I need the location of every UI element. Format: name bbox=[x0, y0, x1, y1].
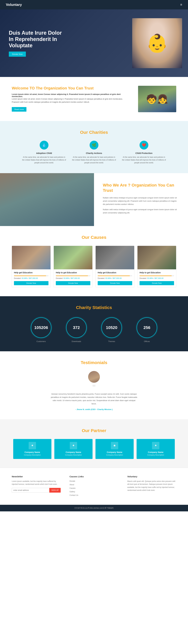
cause-donated-3: Donated: 93.88% / $97,000.00 bbox=[98, 277, 132, 279]
charity-item-3: ❤️ Child Protection At the same time, we… bbox=[122, 141, 166, 164]
welcome-title: Welcome TO The Organization You Can Trus… bbox=[12, 86, 129, 91]
charity-desc-3: At the same time, we advocate for laws a… bbox=[122, 156, 166, 164]
footer-link-causes[interactable]: Causes bbox=[70, 487, 76, 489]
cause-pct-3: 93.88% bbox=[105, 277, 111, 279]
stat-label-4: Offices bbox=[132, 340, 162, 342]
cause-donated-2: Donated: 93.88% / $97,000.00 bbox=[56, 277, 90, 279]
charity-icon-3: ❤️ bbox=[140, 141, 148, 150]
partner-card-4: ✦ Company Name Company Description bbox=[136, 439, 175, 459]
who-content: Who We Are ? Organization You Can Trust … bbox=[94, 173, 188, 226]
stat-label-3: Themes bbox=[97, 340, 126, 342]
hero-title: Duis Aute Irure Dolor In Reprehenderit I… bbox=[9, 30, 68, 49]
cause-content-4: Help to get Education Donated: 93.88% / … bbox=[138, 269, 176, 287]
stat-item-3: 10520 Themes bbox=[97, 317, 126, 342]
partner-icon-4: ✦ bbox=[152, 442, 159, 449]
cause-progress-bar-3 bbox=[98, 276, 132, 276]
stats-title: Charity Statistics bbox=[12, 305, 176, 310]
cause-card-2: Help to get Education Donated: 93.88% / … bbox=[54, 246, 92, 288]
cause-progress-fill-4 bbox=[140, 276, 172, 276]
partner-card-3: ★ Company Name Company Description bbox=[96, 439, 134, 459]
footer-link-about[interactable]: About bbox=[70, 484, 74, 486]
newsletter-email-input[interactable] bbox=[12, 488, 49, 492]
cause-donated-1: Donated: 93.88% / $97,000.00 bbox=[14, 277, 48, 279]
voluntary-footer-title: Voluntary bbox=[127, 475, 176, 478]
testimonial-author: - Jhone N. smith (CEO - Charity Mission … bbox=[12, 408, 176, 410]
newsletter-subscribe-button[interactable]: SIGN UP bbox=[49, 488, 61, 492]
causes-title: Our Causes bbox=[12, 235, 176, 240]
who-boys-image bbox=[0, 173, 94, 226]
footer-link-contact[interactable]: Contact Us bbox=[70, 494, 78, 496]
menu-icon[interactable]: ≡ bbox=[180, 3, 182, 6]
testimonial-avatar bbox=[88, 371, 100, 383]
cause-title-1: Help get Education bbox=[14, 272, 48, 274]
stat-number-1: 105206 bbox=[34, 325, 48, 330]
cause-pct-4: 93.88% bbox=[147, 277, 153, 279]
footer: Newsletter Lorem ipsum available, but th… bbox=[0, 468, 188, 505]
welcome-section: Welcome TO The Organization You Can Trus… bbox=[0, 77, 188, 121]
footer-causes-links: Causes Links Donate About Causes Gallery… bbox=[70, 475, 118, 498]
cause-progress-fill-3 bbox=[98, 276, 130, 276]
partner-title: Our Partner bbox=[12, 428, 176, 433]
cause-content-3: Help get Education Donated: 93.88% / $97… bbox=[96, 269, 134, 287]
partner-card-1: ✦ Company Name Company Description bbox=[13, 439, 52, 459]
cause-pct-1: 93.88% bbox=[22, 277, 28, 279]
welcome-content: Welcome TO The Organization You Can Trus… bbox=[12, 86, 129, 112]
stat-circle-1: 105206 bbox=[31, 317, 52, 338]
footer-link-item-causes: Causes bbox=[70, 487, 118, 489]
footer-link-gallery[interactable]: Gallery bbox=[70, 491, 75, 493]
causes-links-list: Donate About Causes Gallery Contact Us bbox=[70, 480, 118, 496]
partner-icon-2: ✦ bbox=[70, 442, 77, 449]
header: Voluntary ≡ bbox=[0, 0, 188, 10]
hero-donate-button[interactable]: Donate Now bbox=[9, 52, 26, 57]
cause-donated-4: Donated: 93.88% / $97,000.00 bbox=[140, 277, 174, 279]
cause-content-2: Help to get Education Donated: 93.88% / … bbox=[54, 269, 92, 287]
read-more-button[interactable]: Read more bbox=[12, 107, 26, 112]
footer-link-item-about: About bbox=[70, 483, 118, 486]
cause-donate-button-3[interactable]: Donate Now bbox=[98, 281, 132, 285]
stat-label-2: Downloads bbox=[62, 340, 91, 342]
cause-donate-button-2[interactable]: Donate Now bbox=[56, 281, 90, 285]
who-title: Who We Are ? Organization You Can Trust bbox=[103, 182, 179, 193]
cause-card-1: Help get Education Donated: 93.88% / $97… bbox=[12, 246, 51, 288]
charity-name-1: Adoption Child bbox=[22, 152, 66, 154]
cause-image-4 bbox=[138, 246, 176, 269]
testimonial-quote-icon: " bbox=[12, 386, 176, 390]
cause-donate-button-4[interactable]: Donate Now bbox=[140, 281, 174, 285]
cause-progress-fill-1 bbox=[14, 276, 46, 276]
causes-grid: Help get Education Donated: 93.88% / $97… bbox=[12, 246, 176, 288]
cause-pct-2: 93.88% bbox=[64, 277, 70, 279]
partner-name-3: Company Name bbox=[107, 451, 122, 453]
partner-desc-2: Company Description bbox=[65, 454, 82, 456]
stat-circle-2: 372 bbox=[66, 317, 87, 338]
cause-donate-button-1[interactable]: Donate Now bbox=[14, 281, 48, 285]
newsletter-form: SIGN UP bbox=[12, 488, 61, 492]
testimonials-section: Testimonials " Aenean nonummy hendrerit … bbox=[0, 351, 188, 419]
welcome-body-text: Lorem ipsum dolor sit amet, lorem Consec… bbox=[12, 98, 129, 104]
stats-grid: 105206 Customers 372 Downloads 10520 The… bbox=[12, 317, 176, 342]
charity-item-2: 🌿 Charity Actions At the same time, we a… bbox=[72, 141, 116, 164]
bottom-bar: 行行好!!关注公众号:bbs.sientao.com分享下载福利 bbox=[0, 505, 188, 512]
stat-number-2: 372 bbox=[73, 325, 80, 330]
cause-goal-3: $97,000.00 bbox=[113, 277, 122, 279]
welcome-bold-text: Lorem ipsum dolor sit amet, lorem Consec… bbox=[12, 93, 129, 98]
partner-desc-1: Company Description bbox=[24, 454, 41, 456]
causes-section: Our Causes Help get Education Donated: 9… bbox=[0, 226, 188, 296]
testimonial-text: Aenean nonummy hendrerit mauris pharetra… bbox=[50, 392, 138, 405]
partner-name-1: Company Name bbox=[24, 451, 40, 453]
avatar-image bbox=[88, 371, 100, 383]
cause-title-3: Help get Education bbox=[98, 272, 132, 274]
newsletter-text: Lorem ipsum available, but the majority … bbox=[12, 480, 61, 486]
hero-content: Duis Aute Irure Dolor In Reprehenderit I… bbox=[9, 30, 68, 57]
children-image: 🧒👧 bbox=[138, 86, 176, 112]
cause-goal-2: $97,000.00 bbox=[71, 277, 80, 279]
stat-number-4: 256 bbox=[144, 325, 150, 330]
footer-link-donate[interactable]: Donate bbox=[70, 480, 75, 482]
cause-card-4: Help to get Education Donated: 93.88% / … bbox=[137, 246, 176, 288]
cause-image-2 bbox=[54, 246, 92, 269]
cause-image-1 bbox=[12, 246, 50, 269]
stat-number-3: 10520 bbox=[106, 325, 117, 330]
cause-title-4: Help to get Education bbox=[140, 272, 174, 274]
charity-icon-2: 🌿 bbox=[90, 141, 98, 150]
partner-grid: ✦ Company Name Company Description ✦ Com… bbox=[12, 439, 176, 459]
footer-link-item-contact: Contact Us bbox=[70, 494, 118, 496]
